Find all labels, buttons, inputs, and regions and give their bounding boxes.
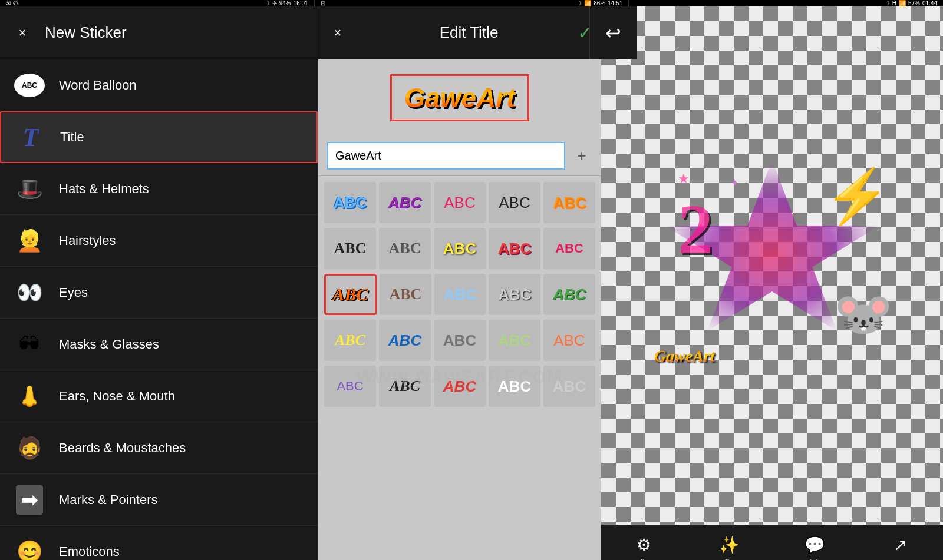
menu-item-beards-label: Beards & Moustaches: [59, 440, 186, 456]
title-icon: T: [23, 122, 39, 153]
style-12[interactable]: ABC: [380, 274, 431, 315]
title-input-field[interactable]: [327, 142, 565, 170]
style-7[interactable]: ABC: [379, 228, 431, 269]
pikachu-emoji: ⚡: [824, 165, 890, 227]
style-17[interactable]: ABC: [379, 320, 431, 361]
signal-icon-mid: 📶: [584, 0, 591, 6]
middle-panel: × Edit Title ✓ GaweArt + WWW.GAWEART.COM…: [318, 6, 601, 560]
menu-item-beards[interactable]: 🧔 Beards & Moustaches: [0, 422, 318, 474]
style-18[interactable]: ABC: [434, 320, 486, 361]
main-area: × New Sticker ABC Word Balloon T Title: [0, 6, 943, 560]
adjust-icon: ⚙: [637, 535, 651, 555]
effect-button[interactable]: ✨ Effect: [706, 535, 753, 560]
canvas-area: ★ ★ ✦ ⚡ 🐭 GaweArt 2: [601, 6, 943, 525]
status-right-left: ☽ ✈ 94% 16.01: [265, 0, 308, 6]
style-19[interactable]: ABC: [489, 320, 540, 361]
add-button[interactable]: +: [571, 145, 592, 167]
menu-item-hats-label: Hats & Helmets: [59, 181, 149, 197]
style-25[interactable]: ABC: [543, 366, 595, 407]
undo-button[interactable]: ↩: [589, 6, 637, 59]
title-input-area: +: [318, 136, 601, 176]
status-bar: ✉ ✆ ☽ ✈ 94% 16.01 ⊡ ☽ 📶 86% 14.51 ☽ H 📶 …: [0, 0, 943, 6]
style-14[interactable]: ABC: [489, 274, 540, 315]
menu-item-hats[interactable]: 🎩 Hats & Helmets: [0, 163, 318, 215]
status-bar-left: ✉ ✆ ☽ ✈ 94% 16.01: [0, 0, 314, 6]
right-panel: ★ ★ ✦ ⚡ 🐭 GaweArt 2 ⚙ Adjust: [601, 6, 943, 560]
menu-item-eyes[interactable]: 👀 Eyes: [0, 267, 318, 319]
menu-item-marks-label: Marks & Pointers: [59, 492, 158, 508]
style-2[interactable]: ABC: [379, 182, 431, 223]
styles-row-3: ABC ABC ABC ABC ABC: [324, 274, 595, 315]
beard-icon: 🧔: [12, 430, 47, 466]
style-9[interactable]: ABC: [489, 228, 540, 269]
edit-close-icon: ×: [334, 25, 342, 41]
style-3[interactable]: ABC: [434, 182, 486, 223]
menu-item-ears[interactable]: 👃 Ears, Nose & Mouth: [0, 370, 318, 422]
title-preview-box: GaweArt: [390, 74, 529, 121]
battery-right: 57%: [908, 0, 920, 6]
menu-item-eyes-label: Eyes: [59, 285, 88, 300]
style-4[interactable]: ABC: [489, 182, 540, 223]
menu-item-title-label: Title: [60, 130, 84, 145]
style-6[interactable]: ABC: [324, 228, 376, 269]
menu-item-marks[interactable]: ➡ Marks & Pointers: [0, 474, 318, 526]
style-15[interactable]: ABC: [543, 274, 595, 315]
left-panel-title: New Sticker: [45, 24, 127, 42]
style-20[interactable]: ABC: [543, 320, 595, 361]
style-23[interactable]: ABC: [434, 366, 486, 407]
effect-icon: ✨: [719, 535, 740, 555]
title-preview-area: GaweArt: [318, 59, 601, 136]
close-icon: ×: [19, 25, 27, 41]
style-24[interactable]: ABC: [489, 366, 540, 407]
style-11-selected[interactable]: ABC: [324, 274, 377, 315]
hat-icon: 🎩: [12, 171, 47, 207]
edit-close-button[interactable]: ×: [327, 22, 348, 44]
menu-item-masks[interactable]: 🕶 Masks & Glasses: [0, 319, 318, 370]
export-button[interactable]: ↗ Export: [877, 535, 924, 560]
menu-item-hairstyles[interactable]: 👱 Hairstyles: [0, 215, 318, 267]
sticker-content: ★ ★ ✦ ⚡ 🐭 GaweArt 2: [648, 154, 896, 377]
edit-title-label: Edit Title: [440, 24, 499, 42]
menu-item-hairstyles-label: Hairstyles: [59, 233, 116, 248]
time-left: 16.01: [294, 0, 308, 6]
styles-grid: WWW.GAWEART.COM ABC ABC ABC ABC ABC: [318, 176, 601, 560]
battery-mid: 86%: [594, 0, 605, 6]
left-header: × New Sticker: [0, 6, 318, 59]
menu-item-emoticons-label: Emoticons: [59, 544, 120, 559]
close-button[interactable]: ×: [12, 22, 33, 44]
style-13[interactable]: ABC: [434, 274, 486, 315]
status-icons-right-right: ☽ H 📶 57% 01.44: [885, 0, 937, 6]
menu-item-title[interactable]: T Title: [0, 111, 318, 163]
phone-icon: ✆: [13, 0, 18, 6]
sticker-overlay: ★ ★ ✦ ⚡ 🐭 GaweArt 2: [601, 6, 943, 525]
moon-icon-right: ☽: [885, 0, 890, 6]
styles-row-2: ABC ABC ABC ABC ABC: [324, 228, 595, 269]
style-22[interactable]: ABC: [379, 366, 431, 407]
battery-left: 94%: [279, 0, 291, 6]
bottom-toolbar: ⚙ Adjust ✨ Effect 💬 Sticker ↗ Export: [601, 525, 943, 560]
status-icons-mid-left: ⊡: [321, 0, 325, 6]
word-balloon-icon-container: ABC: [12, 68, 47, 103]
airplane-icon: ✈: [272, 0, 277, 6]
style-16[interactable]: ABC: [324, 320, 376, 361]
style-5[interactable]: ABC: [543, 182, 595, 223]
h-icon: H: [892, 0, 896, 6]
left-panel: × New Sticker ABC Word Balloon T Title: [0, 6, 318, 560]
time-mid: 14.51: [608, 0, 622, 6]
menu-item-word-balloon-label: Word Balloon: [59, 78, 137, 93]
status-icons-left: ✉ ✆: [6, 0, 18, 6]
menu-item-masks-label: Masks & Glasses: [59, 337, 159, 352]
menu-item-emoticons[interactable]: 😊 Emoticons: [0, 526, 318, 560]
style-8[interactable]: ABC: [434, 228, 486, 269]
word-balloon-icon: ABC: [14, 74, 45, 97]
racing-number: 2: [678, 189, 713, 270]
status-bar-mid: ⊡ ☽ 📶 86% 14.51: [314, 0, 629, 6]
style-10[interactable]: ABC: [543, 228, 595, 269]
menu-item-word-balloon[interactable]: ABC Word Balloon: [0, 59, 318, 111]
adjust-button[interactable]: ⚙ Adjust: [621, 535, 668, 560]
sticker-button[interactable]: 💬 Sticker: [792, 535, 839, 560]
style-1[interactable]: ABC: [324, 182, 376, 223]
menu-list: ABC Word Balloon T Title 🎩 Hats & Helmet…: [0, 59, 318, 560]
sticker-icon: 💬: [804, 535, 825, 555]
style-21[interactable]: ABC: [324, 366, 376, 407]
